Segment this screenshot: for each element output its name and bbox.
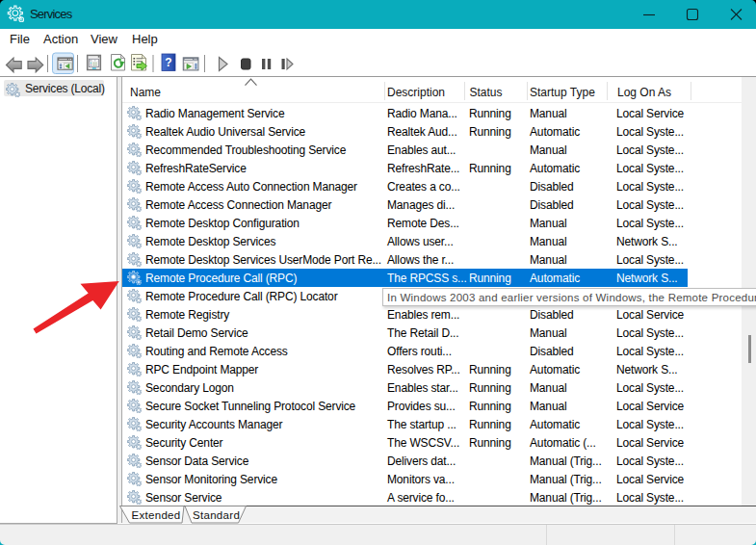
svg-text:Extended: Extended <box>132 509 181 521</box>
svg-text:Standard: Standard <box>193 509 240 521</box>
svg-text:?: ? <box>165 56 171 69</box>
